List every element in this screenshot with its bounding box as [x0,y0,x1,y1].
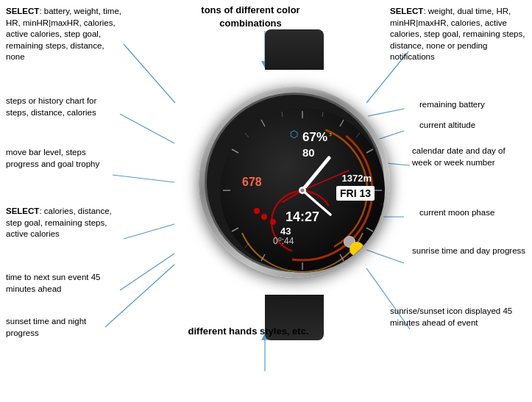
select-label-bottom: SELECT [6,207,39,215]
annotation-select-right: SELECT: weight, dual time, HR, minHR|max… [390,6,526,63]
svg-line-40 [302,190,330,215]
steps-chart-text: steps or history chart for steps, distan… [6,96,96,117]
select-label-right: SELECT [390,7,423,15]
svg-line-2 [113,175,174,182]
calendar-text: calendar date and day of week or week nu… [412,146,506,167]
annotation-select-left: SELECT: battery, weight, time, HR, minHR… [6,6,124,63]
annotation-steps-chart: steps or history chart for steps, distan… [6,96,120,118]
annotation-movebar: move bar level, steps progress and goal … [6,147,113,170]
sun-time-text: time to next sun event 45 minutes ahead [6,273,101,293]
annotation-altitude: current altitude [419,120,526,132]
watch-face: 67% ⬡ ₃ 80 678 1372m FRI 13 14:27 43 [220,108,385,273]
svg-line-3 [124,224,174,239]
annotation-sunicon: sunrise/sunset icon displayed 45 minutes… [390,306,526,329]
annotation-calendar: calendar date and day of week or week nu… [412,146,526,168]
annotation-battery: remaining battery [419,99,526,111]
select-label-left: SELECT [6,7,39,15]
svg-line-4 [120,254,174,290]
annotation-sunset: sunset time and night progress [6,316,109,339]
svg-point-44 [301,189,305,193]
annotation-sunrise: sunrise time and day progress [412,245,526,257]
watch-inner-ring: 67% ⬡ ₃ 80 678 1372m FRI 13 14:27 43 [205,93,384,272]
movebar-text: move bar level, steps progress and goal … [6,148,99,168]
moon-text: current moon phase [419,208,494,217]
sunicon-text: sunrise/sunset icon displayed 45 minutes… [390,306,512,327]
annotation-colors-top: tons of different color combinations [190,4,311,29]
watch: 67% ⬡ ₃ 80 678 1372m FRI 13 14:27 43 [199,65,390,300]
svg-line-39 [302,158,329,190]
sunrise-text: sunrise time and day progress [412,246,525,255]
annotation-sun-time: time to next sun event 45 minutes ahead [6,272,124,295]
watch-hands [220,108,385,273]
watch-bezel: 67% ⬡ ₃ 80 678 1372m FRI 13 14:27 43 [199,87,390,278]
colors-top-text: tons of different color combinations [201,4,299,29]
svg-line-0 [124,44,175,103]
annotation-moon: current moon phase [419,207,526,219]
watch-band-top [265,29,324,70]
altitude-text: current altitude [419,121,475,129]
annotation-select-bottom: SELECT: calories, distance, step goal, r… [6,206,124,240]
battery-text: remaining battery [419,100,485,109]
svg-line-1 [120,114,174,143]
sunset-text: sunset time and night progress [6,317,86,337]
annotation-hands-bottom: different hands styles, etc. [188,325,309,338]
hands-bottom-text: different hands styles, etc. [188,326,309,337]
